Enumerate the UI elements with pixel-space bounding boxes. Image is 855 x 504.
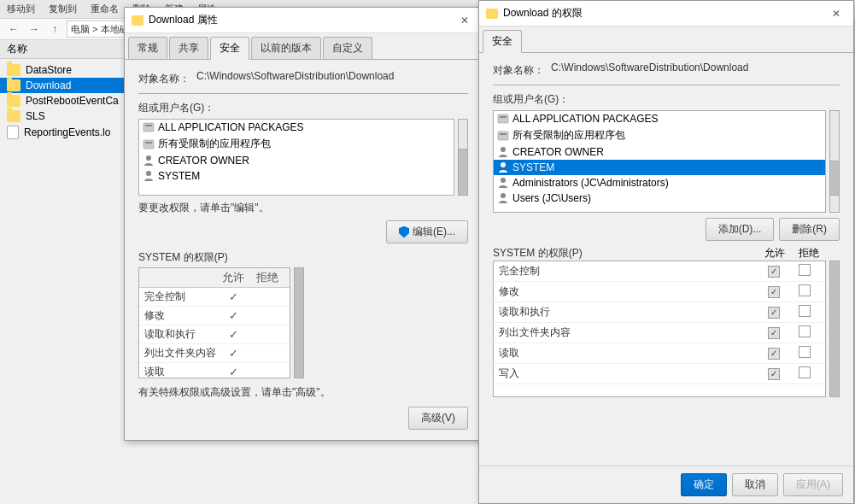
listbox-item-label: SYSTEM [158, 170, 200, 182]
checkbox-unchecked2 [799, 284, 811, 296]
app-pkg-icon2 [143, 138, 155, 150]
perm-row-readexec: 读取和执行 ✓ [139, 325, 290, 344]
checkbox-unchecked3 [799, 305, 811, 317]
properties-close-button[interactable]: ✕ [454, 12, 475, 29]
menu-item-move[interactable]: 移动到 [7, 3, 35, 15]
svg-point-11 [501, 162, 506, 167]
listbox-item-label: 所有受限制的应用程序包 [158, 137, 271, 151]
perm-listbox-item-admins[interactable]: Administrators (JC\Administrators) [494, 175, 825, 190]
perm-actions-row: 添加(D)... 删除(R) [493, 218, 840, 241]
perm-object-name-row: 对象名称： C:\Windows\SoftwareDistribution\Do… [493, 62, 840, 78]
edit-btn-row: 编辑(E)... [138, 220, 468, 243]
perm-listbox-label: SYSTEM [512, 161, 554, 173]
tab-general[interactable]: 常规 [128, 37, 167, 59]
perm-right-deny-check6 [789, 366, 820, 381]
perm-titlebar-left: Download 的权限 [486, 6, 583, 21]
perm-row-modify: 修改 ✓ [139, 307, 290, 325]
svg-rect-1 [145, 125, 152, 126]
users-listbox[interactable]: ALL APPLICATION PACKAGES 所有受限制的应用程序包 CRE… [138, 119, 454, 196]
cancel-button[interactable]: 取消 [732, 473, 778, 496]
edit-note: 要更改权限，请单击"编辑"。 [138, 201, 468, 215]
perm-app-icon2 [497, 130, 509, 142]
perm-listbox-item-users[interactable]: Users (JC\Users) [494, 190, 825, 206]
perm-name: 列出文件夹内容 [144, 346, 216, 360]
checkbox-unchecked [799, 264, 811, 276]
listbox-item-system[interactable]: SYSTEM [139, 168, 454, 184]
perm-right-allow-check6: ✓ [758, 367, 789, 380]
perm-user-icon4 [497, 192, 509, 204]
listbox-container: ALL APPLICATION PACKAGES 所有受限制的应用程序包 CRE… [138, 119, 468, 196]
perm-header-row: 允许 拒绝 [139, 268, 290, 288]
svg-rect-6 [498, 114, 508, 123]
perm-right-table: 完全控制 ✓ 修改 ✓ [493, 261, 826, 397]
perm-table: 允许 拒绝 完全控制 ✓ 修改 ✓ 读取和执行 ✓ [138, 267, 290, 378]
tab-security[interactable]: 安全 [210, 37, 249, 60]
perm-listbox-label: 所有受限制的应用程序包 [512, 128, 625, 143]
permissions-footer: 确定 取消 应用(A) [479, 466, 853, 503]
tab-previous-versions[interactable]: 以前的版本 [251, 37, 321, 59]
perm-divider1 [493, 85, 840, 85]
svg-point-10 [501, 147, 506, 152]
perm-listbox-item-system[interactable]: SYSTEM [494, 160, 825, 175]
group-users-label: 组或用户名(G)： [138, 101, 468, 115]
perm-listbox-item-aap[interactable]: ALL APPLICATION PACKAGES [494, 111, 825, 126]
checkbox-unchecked4 [799, 325, 811, 337]
divider1 [138, 93, 468, 94]
perm-allow-check: ✓ [216, 328, 250, 341]
permissions-close-button[interactable]: ✕ [826, 5, 846, 22]
perm-row-fullcontrol: 完全控制 ✓ [139, 288, 290, 307]
perm-listbox-container: ALL APPLICATION PACKAGES 所有受限制的应用程序包 CRE… [493, 110, 840, 213]
tab-sharing[interactable]: 共享 [169, 37, 208, 59]
tab-custom[interactable]: 自定义 [323, 37, 372, 59]
app-pkg-icon [143, 121, 155, 133]
svg-rect-9 [500, 133, 507, 135]
perm-users-listbox[interactable]: ALL APPLICATION PACKAGES 所有受限制的应用程序包 CRE… [493, 110, 826, 213]
file-item-label: Download [26, 79, 71, 91]
titlebar-folder-icon [132, 15, 143, 26]
perm-listbox-item-restricted[interactable]: 所有受限制的应用程序包 [494, 126, 825, 144]
perm-listbox-item-creator[interactable]: CREATOR OWNER [494, 144, 825, 160]
perm-right-deny-check2 [789, 284, 820, 299]
remove-button[interactable]: 删除(R) [779, 218, 840, 241]
listbox-item-aap[interactable]: ALL APPLICATION PACKAGES [139, 120, 454, 135]
nav-up-btn[interactable]: ↑ [46, 21, 63, 38]
svg-rect-8 [498, 132, 508, 140]
perm-right-label: SYSTEM 的权限(P) [493, 246, 756, 261]
file-item-label: DataStore [26, 64, 72, 76]
user-icon [143, 155, 155, 167]
perm-tabs-bar: 安全 [479, 26, 853, 53]
perm-allow-check: ✓ [216, 366, 250, 378]
file-item-label: ReportingEvents.lo [24, 126, 110, 138]
permissions-dialog: Download 的权限 ✕ 安全 对象名称： C:\Windows\Softw… [478, 0, 854, 504]
edit-button[interactable]: 编辑(E)... [386, 220, 468, 243]
listbox-item-restricted[interactable]: 所有受限制的应用程序包 [139, 135, 454, 153]
menu-item-copy[interactable]: 复制到 [49, 3, 77, 15]
ok-button[interactable]: 确定 [681, 473, 727, 496]
perm-allow-check: ✓ [216, 290, 250, 303]
listbox-item-creator[interactable]: CREATOR OWNER [139, 153, 454, 168]
perm-name: 读取 [144, 365, 216, 378]
add-button[interactable]: 添加(D)... [706, 218, 775, 241]
perm-listbox-label: ALL APPLICATION PACKAGES [512, 113, 659, 125]
perm-allow-check: ✓ [216, 347, 250, 360]
perm-deny-header: 拒绝 [250, 270, 284, 285]
properties-titlebar: Download 属性 ✕ [125, 8, 482, 33]
properties-tabs-bar: 常规 共享 安全 以前的版本 自定义 [125, 33, 482, 60]
menu-item-rename[interactable]: 重命名 [91, 3, 119, 15]
perm-table-container: 允许 拒绝 完全控制 ✓ 修改 ✓ 读取和执行 ✓ [138, 267, 468, 378]
nav-forward-btn[interactable]: → [26, 21, 43, 38]
folder-icon [7, 95, 20, 107]
apply-button[interactable]: 应用(A) [783, 473, 843, 496]
perm-deny-col-header: 拒绝 [794, 246, 824, 261]
advanced-note: 有关特殊权限或高级设置，请单击"高级"。 [138, 385, 468, 400]
nav-back-btn[interactable]: ← [5, 21, 22, 38]
svg-point-5 [146, 171, 151, 176]
svg-point-4 [146, 155, 151, 161]
titlebar-left: Download 属性 [132, 13, 218, 27]
perm-right-deny-check [789, 264, 820, 278]
perm-tab-security[interactable]: 安全 [483, 30, 522, 53]
perm-app-icon [497, 113, 509, 125]
advanced-button[interactable]: 高级(V) [408, 407, 468, 430]
folder-icon [7, 64, 20, 76]
advanced-btn-row: 高级(V) [138, 407, 468, 430]
